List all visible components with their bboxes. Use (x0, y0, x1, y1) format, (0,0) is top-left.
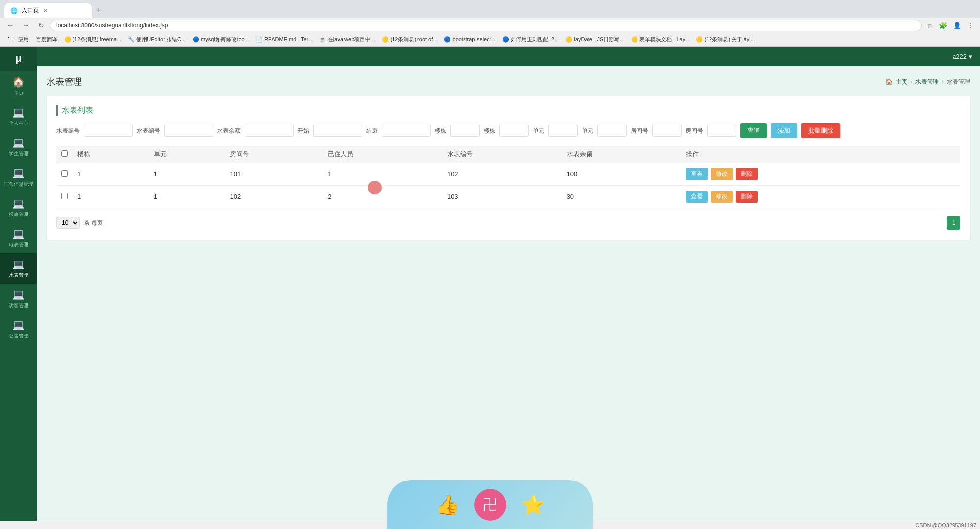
page-header: 水表管理 🏠 主页 › 水表管理 › 水表管理 (47, 76, 970, 88)
filter-input-unit1[interactable] (548, 125, 578, 137)
forward-button[interactable]: → (20, 20, 32, 31)
filter-input-room2[interactable] (707, 125, 736, 137)
user-menu[interactable]: a222 ▾ (953, 53, 972, 60)
sidebar-item-students[interactable]: 💻 学生管理 (0, 132, 37, 162)
row1-checkbox[interactable] (61, 170, 68, 177)
filter-input-unit2[interactable] (597, 125, 627, 137)
tab-favicon: 🌐 (10, 7, 18, 14)
promo-bar: 👍 卍 ⭐ (387, 480, 593, 529)
col-balance: 水表余额 (562, 146, 682, 163)
home-icon: 🏠 (12, 76, 24, 88)
row2-residents: 2 (323, 186, 442, 208)
row2-checkbox[interactable] (61, 193, 68, 199)
tab-close-button[interactable]: ✕ (43, 7, 48, 14)
batch-delete-button[interactable]: 批量删除 (801, 123, 840, 138)
table-row: 1 1 102 2 103 30 查看 修改 删除 (56, 186, 960, 208)
sidebar-label-water: 水表管理 (9, 272, 28, 279)
sidebar-item-profile[interactable]: 💻 个人中心 (0, 101, 37, 132)
bookmark-ueditor[interactable]: 🔧 使用UEditor 报错C... (126, 35, 188, 44)
sidebar-item-home[interactable]: 🏠 主页 (0, 71, 37, 101)
row1-actions: 查看 修改 删除 (681, 163, 960, 186)
students-icon: 💻 (12, 137, 24, 148)
filter-row: 水表编号 水表编号 水表余额 开始 结束 楼栋 楼栋 单元 单元 (56, 123, 960, 138)
repair-icon: 💻 (12, 197, 24, 209)
search-button[interactable]: 查询 (740, 123, 767, 138)
breadcrumb-home[interactable]: 主页 (896, 78, 907, 86)
breadcrumb-sep2: › (942, 78, 944, 85)
filter-label-start: 开始 (297, 127, 309, 135)
filter-label-building2: 楼栋 (484, 127, 495, 135)
filter-input-balance[interactable] (245, 125, 294, 137)
sidebar-item-electricity[interactable]: 💻 电表管理 (0, 223, 37, 253)
select-all-checkbox[interactable] (61, 150, 68, 157)
pagination-bar: 10 20 50 条 每页 1 (56, 216, 960, 230)
per-page-select[interactable]: 10 20 50 (56, 217, 80, 229)
sidebar-item-notice[interactable]: 💻 公告管理 (0, 314, 37, 344)
sidebar-item-repair[interactable]: 💻 报修管理 (0, 192, 37, 223)
active-tab[interactable]: 🌐 入口页 ✕ (4, 3, 92, 18)
sidebar-label-electricity: 电表管理 (9, 241, 28, 248)
bookmark-bootstrap[interactable]: 🔵 bootstrap-select... (442, 35, 497, 44)
filter-input-meter-no[interactable] (84, 125, 133, 137)
username-label: a222 (953, 53, 967, 60)
filter-input-room1[interactable] (652, 125, 682, 137)
bookmark-laydate[interactable]: 🟡 layDate - JS日期写... (564, 35, 626, 44)
breadcrumb-water-mgmt[interactable]: 水表管理 (915, 78, 939, 86)
bookmark-root[interactable]: 🟡 (12条消息) root of... (380, 35, 439, 44)
filter-label-unit2: 单元 (582, 127, 593, 135)
reload-button[interactable]: ↻ (35, 20, 47, 31)
row2-edit-button[interactable]: 修改 (711, 191, 733, 203)
row1-unit: 1 (149, 163, 225, 186)
bookmark-star[interactable]: ☆ (925, 20, 935, 31)
col-unit: 单元 (149, 146, 225, 163)
sidebar-item-water[interactable]: 💻 水表管理 (0, 253, 37, 284)
bookmark-lay12[interactable]: 🟡 (12条消息) 关于lay... (694, 35, 755, 44)
promo-circle-icon: 卍 (474, 489, 506, 521)
dorm-icon: 💻 (12, 167, 24, 179)
row1-delete-button[interactable]: 删除 (736, 168, 758, 180)
bookmark-mysql[interactable]: 🔵 mysql如何修改roo... (191, 35, 251, 44)
row2-view-button[interactable]: 查看 (686, 191, 708, 203)
water-meter-table: 楼栋 单元 房间号 已住人员 水表编号 水表余额 操作 (56, 146, 960, 208)
breadcrumb-current: 水表管理 (947, 78, 970, 86)
bookmark-java[interactable]: ☕ 在java web项目中... (318, 35, 377, 44)
filter-input-end[interactable] (382, 125, 431, 137)
main-card: 水表列表 水表编号 水表编号 水表余额 开始 结束 楼栋 楼栋 (47, 96, 970, 240)
col-checkbox (56, 146, 73, 163)
top-bar: a222 ▾ (37, 47, 980, 66)
address-bar[interactable] (50, 20, 922, 31)
row1-view-button[interactable]: 查看 (686, 168, 708, 180)
sidebar-label-home: 主页 (14, 90, 24, 96)
filter-input-building2[interactable] (499, 125, 529, 137)
filter-input-meter-no2[interactable] (164, 125, 213, 137)
breadcrumb: 🏠 主页 › 水表管理 › 水表管理 (885, 78, 970, 86)
filter-label-meter-no: 水表编号 (56, 127, 80, 135)
filter-label-end: 结束 (366, 127, 378, 135)
row1-building: 1 (73, 163, 149, 186)
row2-delete-button[interactable]: 删除 (736, 191, 758, 203)
per-page-label: 条 每页 (84, 219, 103, 227)
extensions-button[interactable]: 🧩 (937, 20, 949, 31)
menu-button[interactable]: ⋮ (965, 20, 976, 31)
account-button[interactable]: 👤 (951, 20, 963, 31)
filter-input-start[interactable] (313, 125, 362, 137)
page-1-button[interactable]: 1 (947, 216, 960, 230)
back-button[interactable]: ← (4, 20, 17, 31)
bookmark-apps[interactable]: ⋮⋮ 应用 (4, 35, 31, 44)
breadcrumb-sep1: › (910, 78, 912, 85)
browser-toolbar: ← → ↻ ☆ 🧩 👤 ⋮ (0, 18, 980, 33)
filter-input-building1[interactable] (450, 125, 480, 137)
bookmark-readme[interactable]: 📄 README.md - Ter... (254, 35, 315, 44)
tab-bar: 🌐 入口页 ✕ + (0, 0, 980, 18)
sidebar-item-dorm[interactable]: 💻 宿舍信息管理 (0, 162, 37, 192)
add-button[interactable]: 添加 (771, 123, 797, 138)
bookmark-regex[interactable]: 🔵 如何用正则匹配: 2... (500, 35, 561, 44)
bookmark-baidu[interactable]: 百度翻译 (34, 35, 59, 44)
row1-edit-button[interactable]: 修改 (711, 168, 733, 180)
promo-hua-icon: 卍 (483, 495, 497, 515)
new-tab-button[interactable]: + (92, 4, 104, 17)
bookmark-layform[interactable]: 🟡 表单模块文档 - Lay... (629, 35, 691, 44)
bookmark-freema[interactable]: 🟡 (12条消息) freema... (62, 35, 123, 44)
row1-room: 101 (225, 163, 323, 186)
sidebar-item-visitor[interactable]: 💻 访客管理 (0, 284, 37, 314)
